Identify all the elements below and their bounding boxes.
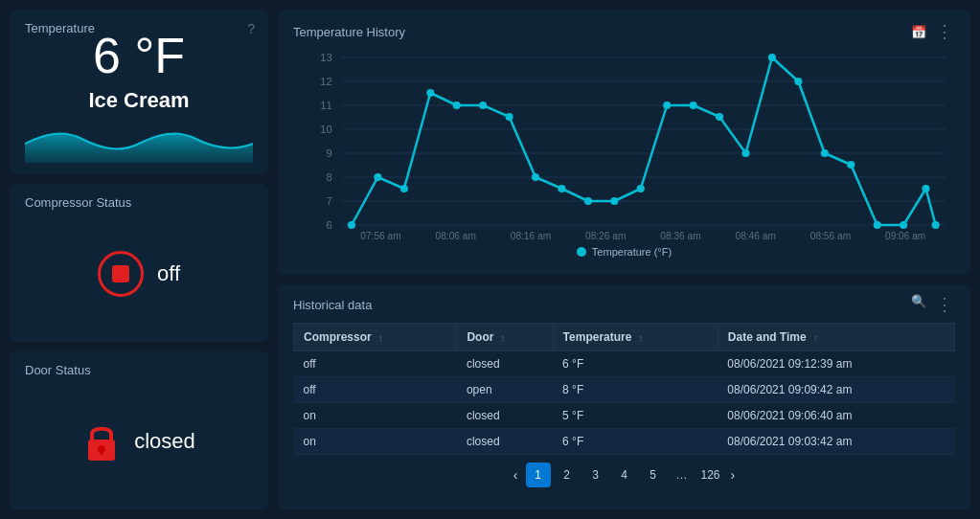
cell-door: closed	[457, 429, 553, 455]
svg-text:12: 12	[320, 76, 331, 87]
stop-icon	[98, 251, 144, 297]
cell-temperature: 8 °F	[553, 377, 718, 403]
svg-text:10: 10	[320, 124, 331, 135]
table-title: Historical data	[293, 298, 372, 312]
svg-point-42	[741, 149, 749, 157]
page-126-button[interactable]: 126	[698, 463, 723, 487]
svg-point-30	[426, 89, 434, 97]
cell-temperature: 5 °F	[553, 403, 718, 429]
cell-door: closed	[457, 351, 553, 377]
datetime-sort-icon: ↑	[813, 333, 818, 343]
cell-datetime: 08/06/2021 09:12:39 am	[718, 351, 954, 377]
door-status-text: closed	[134, 429, 195, 454]
svg-text:6: 6	[326, 219, 331, 231]
svg-text:07:56 am: 07:56 am	[360, 231, 400, 239]
page-1-button[interactable]: 1	[526, 463, 551, 487]
cell-compressor: off	[294, 351, 457, 377]
page-5-button[interactable]: 5	[641, 463, 666, 487]
svg-point-49	[922, 185, 929, 192]
cell-door: open	[457, 377, 553, 403]
legend-dot	[577, 247, 586, 257]
svg-text:08:06 am: 08:06 am	[436, 231, 476, 239]
col-datetime[interactable]: Date and Time ↑	[718, 324, 954, 351]
cell-datetime: 08/06/2021 09:09:42 am	[718, 377, 954, 403]
svg-point-31	[453, 102, 461, 109]
cell-datetime: 08/06/2021 09:06:40 am	[718, 403, 954, 429]
page-4-button[interactable]: 4	[612, 463, 637, 487]
svg-point-40	[690, 102, 697, 109]
svg-text:13: 13	[320, 52, 331, 63]
svg-point-47	[874, 221, 881, 229]
cell-compressor: on	[294, 403, 457, 429]
svg-text:08:26 am: 08:26 am	[585, 231, 626, 239]
svg-point-34	[532, 173, 539, 181]
svg-point-36	[584, 197, 592, 205]
temperature-value: 6 °F	[93, 31, 185, 80]
compressor-panel-title: Compressor Status	[25, 195, 253, 210]
svg-text:9: 9	[326, 147, 331, 159]
chart-title: Temperature History	[293, 25, 405, 39]
svg-point-43	[768, 54, 776, 61]
temperature-label: Ice Cream	[88, 88, 189, 113]
svg-point-28	[374, 173, 381, 181]
chart-icons[interactable]: 📅 ⋮	[911, 21, 955, 42]
cell-temperature: 6 °F	[553, 429, 718, 455]
cell-temperature: 6 °F	[553, 351, 718, 377]
cell-compressor: off	[294, 377, 457, 403]
svg-text:7: 7	[326, 195, 331, 207]
help-icon[interactable]: ?	[247, 21, 255, 36]
table-row: offopen8 °F08/06/2021 09:09:42 am	[294, 377, 955, 403]
svg-text:08:46 am: 08:46 am	[736, 231, 776, 239]
col-temperature[interactable]: Temperature ↕	[553, 324, 718, 351]
legend-label: Temperature (°F)	[592, 246, 672, 258]
svg-point-46	[847, 161, 855, 169]
door-sort-icon: ↕	[501, 333, 506, 343]
temperature-panel-title: Temperature	[25, 21, 95, 35]
svg-point-38	[637, 185, 645, 192]
cell-door: closed	[457, 403, 553, 429]
cell-datetime: 08/06/2021 09:03:42 am	[718, 429, 954, 455]
svg-point-48	[900, 221, 907, 229]
search-icon[interactable]: 🔍	[911, 294, 926, 315]
page-3-button[interactable]: 3	[583, 463, 608, 487]
temperature-chart: 13 12 11 10 9 8 7 6 07:56 am 08:06 am 08…	[293, 48, 955, 239]
lock-icon	[82, 418, 121, 464]
table-icons[interactable]: 🔍 ⋮	[911, 294, 955, 315]
temperature-sort-icon: ↕	[639, 333, 644, 343]
chart-legend: Temperature (°F)	[293, 246, 955, 258]
svg-point-29	[400, 185, 408, 192]
svg-rect-2	[101, 450, 103, 455]
calendar-icon[interactable]: 📅	[911, 25, 926, 39]
svg-point-35	[558, 185, 565, 192]
svg-point-27	[348, 221, 355, 229]
next-page-arrow[interactable]: ›	[727, 467, 740, 483]
svg-point-45	[821, 149, 829, 157]
svg-text:08:16 am: 08:16 am	[511, 231, 551, 239]
col-compressor[interactable]: Compressor ↕	[294, 324, 457, 351]
wave-decoration	[25, 124, 253, 163]
stop-inner	[112, 265, 129, 282]
svg-text:08:56 am: 08:56 am	[810, 231, 851, 239]
svg-point-50	[932, 221, 940, 229]
cell-compressor: on	[294, 429, 457, 455]
page-2-button[interactable]: 2	[555, 463, 580, 487]
svg-point-33	[506, 113, 513, 121]
svg-text:8: 8	[326, 171, 331, 183]
svg-text:08:36 am: 08:36 am	[660, 231, 700, 239]
compressor-sort-icon: ↕	[378, 333, 383, 343]
svg-text:11: 11	[320, 100, 331, 111]
svg-point-44	[794, 78, 802, 85]
chart-header: Temperature History 📅 ⋮	[293, 21, 955, 42]
pagination: ‹ 1 2 3 4 5 … 126 ›	[293, 463, 955, 487]
door-panel-title: Door Status	[25, 363, 253, 377]
table-row: offclosed6 °F08/06/2021 09:12:39 am	[294, 351, 955, 377]
svg-text:09:06 am: 09:06 am	[885, 231, 925, 239]
table-more-options-icon[interactable]: ⋮	[936, 294, 955, 315]
page-ellipsis: …	[670, 463, 695, 487]
col-door[interactable]: Door ↕	[457, 324, 553, 351]
historical-table: Compressor ↕ Door ↕ Temperature ↕ Date a…	[293, 323, 955, 455]
prev-page-arrow[interactable]: ‹	[510, 467, 522, 483]
table-row: onclosed6 °F08/06/2021 09:03:42 am	[294, 429, 955, 455]
more-options-icon[interactable]: ⋮	[936, 21, 955, 42]
svg-point-39	[663, 102, 671, 109]
